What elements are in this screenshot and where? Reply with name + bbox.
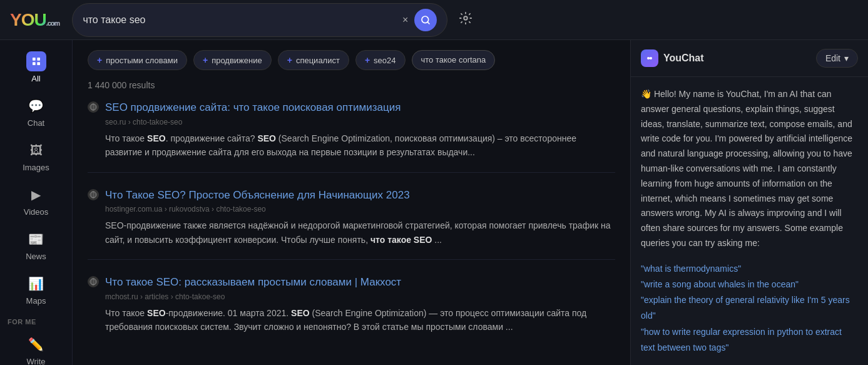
result-favicon-1 — [88, 189, 99, 200]
snippet-text: -продвижение. 01 марта 2021. — [166, 308, 291, 318]
sidebar-chat-label: Chat — [28, 118, 44, 128]
snippet-text: SEO-продвижение также является надёжной … — [105, 220, 611, 244]
sidebar-item-write[interactable]: ✏️ Write — [0, 328, 72, 365]
sidebar: All 💬 Chat 🖼 Images ▶ Videos 📰 News 📊 Ma… — [0, 40, 73, 365]
snippet-bold: SEO — [147, 308, 166, 318]
settings-button[interactable] — [455, 8, 476, 32]
sidebar-images-label: Images — [23, 163, 49, 172]
youchat-query-2[interactable]: "explain the theory of general relativit… — [641, 292, 858, 324]
plus-icon-0: + — [97, 55, 102, 65]
youchat-query-3[interactable]: "how to write regular expression in pyth… — [641, 324, 858, 356]
result-title-row: SEO продвижение сайта: что такое поисков… — [88, 100, 615, 115]
edit-button[interactable]: Edit ▾ — [816, 49, 858, 68]
snippet-bold: SEO — [147, 133, 166, 143]
filter-chips: + простыми словами + продвижение + специ… — [88, 50, 615, 70]
chip-cortana[interactable]: что такое cortana — [412, 50, 496, 70]
edit-label: Edit — [825, 53, 840, 63]
result-snippet-2: Что такое SEO-продвижение. 01 марта 2021… — [105, 306, 615, 334]
write-icon: ✏️ — [26, 334, 46, 354]
logo: YOU.com — [10, 10, 59, 30]
images-icon: 🖼 — [26, 140, 46, 160]
chip-label-0: простыми словами — [106, 56, 178, 65]
plus-icon-1: + — [203, 55, 208, 65]
chip-spetsialist[interactable]: + специалист — [278, 50, 349, 70]
svg-rect-4 — [37, 58, 40, 61]
youchat-intro-text: 👋 Hello! My name is YouChat, I'm an AI t… — [641, 87, 858, 251]
result-snippet-1: SEO-продвижение также является надёжной … — [105, 218, 615, 247]
sidebar-maps-label: Maps — [26, 296, 46, 306]
snippet-bold: что такое SEO — [370, 235, 432, 245]
snippet-bold: SEO — [291, 308, 310, 318]
sidebar-item-news[interactable]: 📰 News — [0, 223, 72, 267]
youchat-body: 👋 Hello! My name is YouChat, I'm an AI t… — [631, 77, 868, 365]
sidebar-item-maps[interactable]: 📊 Maps — [0, 267, 72, 312]
news-icon: 📰 — [26, 229, 46, 249]
result-link-0[interactable]: SEO продвижение сайта: что такое поисков… — [105, 100, 401, 115]
result-item: Что такое SEO: рассказываем простыми сло… — [88, 275, 615, 347]
search-results-section: + простыми словами + продвижение + специ… — [73, 40, 630, 365]
result-title-row: Что такое SEO: рассказываем простыми сло… — [88, 275, 615, 290]
search-button[interactable] — [414, 9, 437, 31]
search-bar: × — [72, 3, 447, 37]
sidebar-item-all[interactable]: All — [0, 45, 72, 90]
plus-icon-2: + — [287, 55, 292, 65]
svg-rect-3 — [33, 58, 36, 61]
snippet-text: ... — [432, 235, 442, 245]
svg-rect-5 — [33, 62, 36, 65]
result-link-1[interactable]: Что Такое SEO? Простое Объяснение для На… — [105, 188, 410, 203]
youchat-intro-content: Hello! My name is YouChat, I'm an AI tha… — [641, 89, 852, 248]
maps-icon: 📊 — [26, 274, 46, 294]
sidebar-item-videos[interactable]: ▶ Videos — [0, 178, 72, 223]
search-input[interactable] — [83, 14, 396, 26]
youchat-query-1[interactable]: "write a song about whales in the ocean" — [641, 277, 858, 292]
result-url-2: mchost.ru › articles › chto-takoe-seo — [105, 292, 615, 301]
svg-line-1 — [427, 22, 429, 24]
chip-prodvizhenie[interactable]: + продвижение — [193, 50, 272, 70]
settings-icon — [459, 11, 472, 25]
chip-seo24[interactable]: + seo24 — [355, 50, 406, 70]
forme-section-label: For Me — [0, 312, 72, 328]
youchat-panel: YouChat Edit ▾ 👋 Hello! My name is YouCh… — [630, 40, 868, 365]
result-url-0: seo.ru › chto-takoe-seo — [105, 118, 615, 126]
content-area: + простыми словами + продвижение + специ… — [73, 40, 868, 365]
plus-icon-3: + — [365, 55, 370, 65]
header: YOU.com × — [0, 0, 868, 40]
result-favicon-2 — [88, 276, 99, 287]
clear-button[interactable]: × — [402, 14, 408, 26]
svg-rect-6 — [37, 62, 40, 65]
snippet-text: Что такое — [105, 308, 147, 318]
videos-icon: ▶ — [26, 185, 46, 205]
chevron-down-icon: ▾ — [844, 53, 849, 63]
snippet-bold: SEO — [257, 133, 276, 143]
youchat-header: YouChat Edit ▾ — [631, 40, 868, 77]
chip-label-2: специалист — [296, 56, 340, 65]
chip-label-4: что такое cortana — [421, 55, 486, 64]
snippet-text: . продвижение сайта? — [166, 133, 258, 143]
all-icon — [26, 51, 46, 71]
chip-prostymi[interactable]: + простыми словами — [88, 50, 187, 70]
result-snippet-0: Что такое SEO. продвижение сайта? SEO (S… — [105, 131, 615, 160]
main-layout: All 💬 Chat 🖼 Images ▶ Videos 📰 News 📊 Ma… — [0, 40, 868, 365]
wave-emoji: 👋 — [641, 89, 654, 99]
sidebar-item-images[interactable]: 🖼 Images — [0, 134, 72, 178]
youchat-title: YouChat — [641, 49, 704, 67]
result-link-2[interactable]: Что такое SEO: рассказываем простыми сло… — [105, 275, 401, 290]
search-icon — [421, 15, 431, 25]
chat-icon: 💬 — [26, 96, 46, 116]
result-title-row: Что Такое SEO? Простое Объяснение для На… — [88, 188, 615, 203]
youchat-query-0[interactable]: "what is thermodynamics" — [641, 261, 858, 277]
logo-com: .com — [46, 19, 60, 27]
sidebar-all-label: All — [31, 74, 40, 83]
svg-point-2 — [464, 16, 468, 20]
sidebar-news-label: News — [26, 252, 46, 261]
youchat-logo-icon — [641, 49, 658, 67]
chip-label-3: seo24 — [374, 56, 396, 65]
results-count: 1 440 000 results — [88, 80, 615, 90]
result-item: Что Такое SEO? Простое Объяснение для На… — [88, 188, 615, 260]
snippet-text: Что такое — [105, 133, 147, 143]
result-item: SEO продвижение сайта: что такое поисков… — [88, 100, 615, 173]
result-favicon-0 — [88, 101, 99, 113]
sidebar-item-chat[interactable]: 💬 Chat — [0, 90, 72, 134]
sidebar-videos-label: Videos — [24, 207, 49, 217]
chip-label-1: продвижение — [212, 56, 262, 65]
